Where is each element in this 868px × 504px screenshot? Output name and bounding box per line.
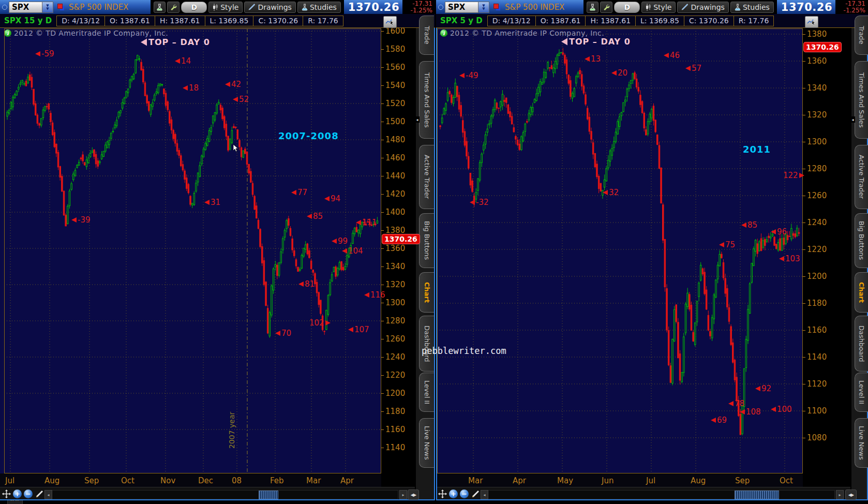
sidebar-tab-live-news[interactable]: Live News (419, 418, 434, 468)
sidebar-tab-big-buttons[interactable]: Big Buttons (855, 213, 868, 268)
sidebar-tab-trade[interactable]: Trade (855, 16, 868, 55)
day-count-label: 94 (324, 194, 340, 203)
collapse-panel-arrow[interactable]: ◂ (850, 116, 855, 123)
sidebar-tab-level-ii[interactable]: Level II (419, 373, 434, 412)
expand-scroll-button[interactable]: ◀▶ (408, 490, 419, 500)
sidebar-tab-level-ii[interactable]: Level II (855, 373, 868, 412)
top-day0-marker: TOP – DAY 0 (141, 37, 210, 47)
drawings-button[interactable]: Drawings (244, 2, 296, 13)
ohlc-cell: D: 4/13/12 (56, 16, 105, 26)
day-count-label: 108 (740, 407, 761, 417)
ohlc-cell: O: 1387.61 (104, 16, 155, 26)
ohlc-cell: H: 1387.61 (585, 16, 636, 26)
data-line: SPX 15 y D D: 4/13/12O: 1387.61H: 1387.6… (0, 14, 435, 28)
left-triangle-icon (225, 82, 230, 87)
left-triangle-icon (611, 70, 617, 76)
pointer-tool-button[interactable] (383, 16, 397, 28)
scroll-right-button[interactable]: ▸ (399, 490, 407, 499)
expand-footer-tab[interactable]: ^^ (7, 500, 23, 504)
drawings-button[interactable]: Drawings (677, 2, 729, 13)
tests-button[interactable] (587, 2, 598, 13)
candlestick-chart[interactable] (437, 28, 803, 473)
zoom-out-button[interactable]: − (23, 489, 33, 499)
sidebar-tab-dashboard[interactable]: Dashboard (419, 316, 434, 372)
sidebar-tab-live-news[interactable]: Live News (855, 418, 868, 468)
zoom-in-button[interactable]: + (12, 489, 22, 499)
pan-tool-button[interactable] (2, 489, 11, 499)
symbol-input[interactable]: SPX ▼▼ (445, 2, 489, 13)
sidebar-tab-big-buttons[interactable]: Big Buttons (419, 213, 434, 268)
scroll-right-button[interactable]: ▸ (836, 490, 844, 499)
sidebar-tab-dashboard[interactable]: Dashboard (855, 316, 868, 372)
chart-settings-button[interactable] (167, 2, 179, 13)
zoom-in-button[interactable]: + (448, 489, 458, 499)
mouse-cursor (233, 144, 238, 154)
sidebar-tab-active-trader[interactable]: Active Trader (855, 145, 868, 209)
collapse-panel-arrow[interactable]: ◂ (415, 116, 420, 123)
scroll-left-button[interactable]: ◂ (481, 490, 488, 499)
expand-scroll-button[interactable]: ◀▶ (845, 490, 857, 500)
left-triangle-icon (664, 53, 669, 58)
left-triangle-icon (298, 281, 304, 287)
link-bubble-icon[interactable] (2, 5, 7, 10)
period-label: 2007-2008 (278, 130, 339, 141)
day-count-value: 46 (670, 51, 680, 60)
chart-scrollbar-thumb[interactable] (735, 491, 779, 499)
day-count-value: 111 (362, 218, 377, 227)
timeframe-button[interactable]: D (181, 2, 207, 13)
candlestick-icon (646, 4, 651, 11)
wrench-icon (603, 4, 610, 11)
ohlc-cell: L: 1369.85 (205, 16, 254, 26)
flask-icon (302, 4, 308, 11)
day-count-value: 52 (239, 95, 249, 104)
ohlc-cells: D: 4/13/12O: 1387.61H: 1387.61L: 1369.85… (57, 16, 343, 26)
day-count-value: -49 (466, 71, 478, 80)
left-triangle-icon (779, 256, 784, 261)
symbol-value: SPX (9, 3, 42, 12)
sidebar-tab-chart[interactable]: Chart (855, 272, 868, 313)
link-bubble-icon[interactable] (438, 5, 443, 10)
pencil-slash-icon (471, 490, 480, 498)
timeframe-button[interactable]: D (614, 2, 640, 13)
sidebar-tab-chart[interactable]: Chart (419, 272, 434, 313)
chart-settings-button[interactable] (600, 2, 612, 13)
sidebar-tab-times-and-sales[interactable]: Times And Sales (419, 61, 434, 139)
pan-tool-button[interactable] (438, 489, 447, 499)
chart-scrollbar-track[interactable] (488, 490, 835, 499)
pointer-tool-button[interactable] (805, 16, 818, 28)
chart-scrollbar-thumb[interactable] (259, 491, 278, 499)
day-count-label: 102 (309, 318, 331, 328)
style-button[interactable]: Style (208, 2, 243, 13)
left-triangle-icon (771, 229, 776, 234)
left-triangle-icon (348, 327, 353, 332)
left-triangle-icon (585, 56, 590, 62)
zoom-out-button[interactable]: − (459, 489, 469, 499)
scroll-left-button[interactable]: ◂ (44, 490, 52, 499)
day-count-label: 75 (719, 240, 735, 249)
studies-button[interactable]: Studies (297, 2, 341, 13)
day-count-value: 13 (591, 54, 601, 64)
studies-button[interactable]: Studies (730, 2, 774, 13)
draw-tool-button[interactable] (470, 489, 480, 499)
symbol-dropdown-icon[interactable]: ▼▼ (42, 2, 53, 12)
tests-button[interactable] (154, 2, 166, 13)
sidebar-tab-active-trader[interactable]: Active Trader (419, 145, 434, 209)
sidebar-tab-times-and-sales[interactable]: Times And Sales (855, 61, 868, 139)
right-triangle-icon (799, 173, 804, 178)
link-squares-icon[interactable] (493, 4, 501, 11)
draw-tool-button[interactable] (34, 489, 44, 499)
last-price-bubble: 1370.26 (382, 234, 420, 244)
last-price: 1370.26 (348, 1, 399, 13)
left-triangle-icon (141, 38, 147, 46)
day-count-value: -39 (78, 215, 91, 225)
day-count-label: 69 (711, 416, 727, 425)
style-button[interactable]: Style (641, 2, 676, 13)
sidebar-tab-trade[interactable]: Trade (419, 16, 434, 55)
candlestick-chart[interactable] (4, 28, 381, 473)
candlestick-icon (213, 4, 218, 11)
symbol-input[interactable]: SPX ▼▼ (9, 2, 53, 13)
chart-scrollbar-track[interactable] (52, 490, 398, 499)
flask-icon (735, 4, 741, 11)
symbol-dropdown-icon[interactable]: ▼▼ (478, 2, 489, 12)
link-squares-icon[interactable] (57, 4, 65, 11)
